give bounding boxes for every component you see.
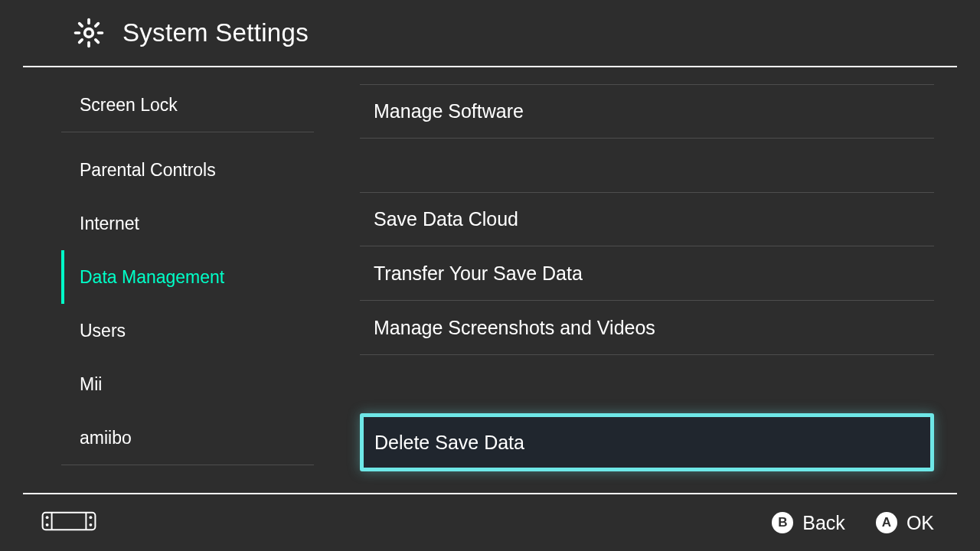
sidebar-item-data-management[interactable]: Data Management xyxy=(61,250,314,304)
svg-point-14 xyxy=(46,523,49,527)
option-manage-software[interactable]: Manage Software xyxy=(360,84,934,139)
svg-point-0 xyxy=(85,29,93,37)
hint-ok[interactable]: A OK xyxy=(876,512,934,534)
sidebar-item-mii[interactable]: Mii xyxy=(61,357,314,411)
option-label: Delete Save Data xyxy=(374,432,524,454)
svg-line-8 xyxy=(96,24,99,26)
b-button-icon: B xyxy=(772,512,793,533)
hint-label: Back xyxy=(802,512,845,534)
sidebar-item-screen-lock[interactable]: Screen Lock xyxy=(61,78,314,132)
option-delete-save-data[interactable]: Delete Save Data xyxy=(360,413,934,471)
option-transfer-save-data[interactable]: Transfer Your Save Data xyxy=(360,246,934,301)
svg-point-13 xyxy=(89,516,92,519)
sidebar-item-users[interactable]: Users xyxy=(61,304,314,357)
sidebar-item-label: Mii xyxy=(80,374,102,395)
svg-point-15 xyxy=(89,523,92,527)
hint-back[interactable]: B Back xyxy=(772,512,845,534)
gear-icon xyxy=(74,18,104,48)
sidebar-item-label: Screen Lock xyxy=(80,95,178,116)
option-manage-screenshots[interactable]: Manage Screenshots and Videos xyxy=(360,301,934,355)
option-gap xyxy=(360,139,934,192)
sidebar-item-label: Users xyxy=(80,321,126,341)
sidebar: Screen Lock Parental Controls Internet D… xyxy=(23,67,314,493)
sidebar-item-parental-controls[interactable]: Parental Controls xyxy=(61,143,314,197)
a-button-icon: A xyxy=(876,512,897,533)
page-title: System Settings xyxy=(122,18,309,47)
option-label: Manage Screenshots and Videos xyxy=(374,317,655,339)
sidebar-item-amiibo[interactable]: amiibo xyxy=(61,411,314,465)
svg-rect-9 xyxy=(43,513,96,530)
sidebar-divider xyxy=(61,465,314,465)
option-label: Save Data Cloud xyxy=(374,208,518,230)
controller-icon xyxy=(41,509,96,536)
sidebar-item-internet[interactable]: Internet xyxy=(61,197,314,250)
sidebar-item-label: Parental Controls xyxy=(80,160,216,181)
header: System Settings xyxy=(23,0,957,67)
option-gap xyxy=(360,355,934,413)
option-label: Manage Software xyxy=(374,100,524,122)
sidebar-item-label: Data Management xyxy=(80,267,224,288)
option-save-data-cloud[interactable]: Save Data Cloud xyxy=(360,192,934,246)
svg-line-5 xyxy=(80,24,83,26)
svg-point-12 xyxy=(46,516,49,519)
sidebar-item-label: amiibo xyxy=(80,428,132,448)
option-label: Transfer Your Save Data xyxy=(374,262,583,285)
footer: B Back A OK xyxy=(0,494,980,551)
svg-line-7 xyxy=(80,40,83,43)
svg-line-6 xyxy=(96,40,99,43)
content-pane: Manage Software Save Data Cloud Transfer… xyxy=(314,67,957,493)
sidebar-item-label: Internet xyxy=(80,214,139,234)
hint-label: OK xyxy=(906,512,934,534)
